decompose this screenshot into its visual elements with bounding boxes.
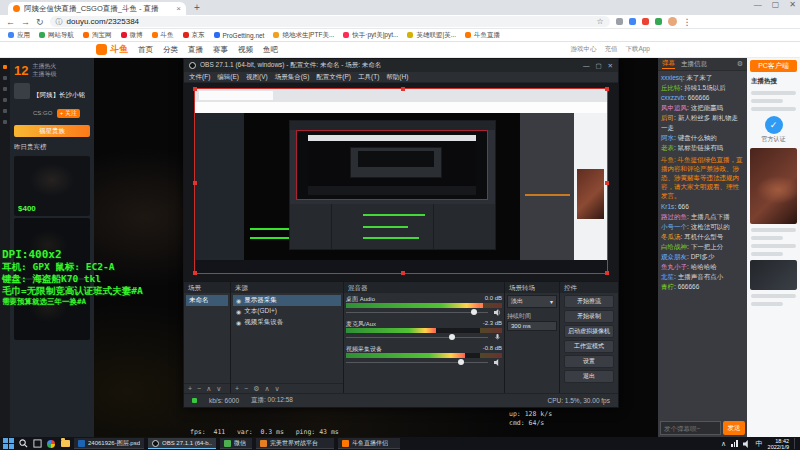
chat-input[interactable] bbox=[660, 421, 721, 435]
bookmark-item[interactable]: 应用 bbox=[8, 31, 30, 40]
selection-handle[interactable] bbox=[193, 271, 197, 275]
taskbar-button-douyu-companion[interactable]: 斗鱼直播伴侣 bbox=[338, 438, 400, 449]
exit-button[interactable]: 退出 bbox=[564, 370, 614, 383]
extension-icon[interactable] bbox=[616, 18, 623, 25]
transition-select[interactable]: 淡出 ▾ bbox=[507, 295, 557, 308]
window-minimize-button[interactable]: — bbox=[754, 0, 762, 9]
source-item[interactable]: ◉ 文本(GDI+) bbox=[233, 306, 341, 317]
chat-settings-gear-icon[interactable]: ⚙ bbox=[737, 60, 743, 68]
selection-handle[interactable] bbox=[605, 87, 609, 91]
start-streaming-button[interactable]: 开始推流 bbox=[564, 295, 614, 308]
studio-mode-button[interactable]: 工作室模式 bbox=[564, 340, 614, 353]
selection-handle[interactable] bbox=[605, 271, 609, 275]
nav-game-center[interactable]: 游戏中心 bbox=[570, 45, 596, 54]
send-button[interactable]: 发送 bbox=[723, 421, 745, 435]
profile-avatar[interactable] bbox=[668, 17, 677, 26]
taskbar-button-psd[interactable]: 24061926-图层.psd bbox=[74, 438, 144, 449]
scene-up-icon[interactable]: ∧ bbox=[206, 385, 211, 393]
volume-slider[interactable] bbox=[346, 358, 502, 367]
visibility-eye-icon[interactable]: ◉ bbox=[236, 297, 241, 304]
nav-live[interactable]: 直播 bbox=[188, 45, 203, 55]
bookmark-item[interactable]: 微博 bbox=[121, 31, 143, 40]
chat-tab-info[interactable]: 主播信息 bbox=[681, 60, 707, 69]
browser-tab[interactable]: 阿姨全值快直播_CSGO直播_斗鱼 - 直播 × bbox=[8, 2, 186, 15]
remove-source-icon[interactable]: − bbox=[244, 385, 248, 392]
douyu-logo[interactable]: 斗鱼 bbox=[96, 43, 128, 56]
bookmark-item[interactable]: 快手·pyt美|pyt... bbox=[343, 31, 398, 40]
start-button[interactable] bbox=[3, 438, 14, 449]
bookmark-item[interactable]: 淘宝网 bbox=[83, 31, 112, 40]
rank-label-2[interactable]: 主播等级 bbox=[32, 71, 56, 77]
window-maximize-button[interactable]: ▢ bbox=[772, 0, 780, 9]
chat-tab-danmu[interactable]: 弹幕 bbox=[662, 59, 675, 69]
bookmark-star-icon[interactable]: ☆ bbox=[596, 17, 603, 26]
taskbar-search-icon[interactable] bbox=[18, 439, 28, 449]
back-icon[interactable]: ← bbox=[6, 17, 15, 27]
start-recording-button[interactable]: 开始录制 bbox=[564, 310, 614, 323]
nav-recharge[interactable]: 充值 bbox=[604, 45, 617, 54]
add-source-icon[interactable]: + bbox=[235, 385, 239, 392]
new-tab-button[interactable]: + bbox=[194, 2, 200, 13]
browser-menu-icon[interactable]: ⋮ bbox=[683, 17, 692, 27]
settings-button[interactable]: 设置 bbox=[564, 355, 614, 368]
nav-category[interactable]: 分类 bbox=[163, 45, 178, 55]
rail-game-icon[interactable] bbox=[3, 98, 7, 102]
show-desktop-button[interactable] bbox=[794, 438, 797, 449]
verified-badge-icon[interactable]: ✓ bbox=[765, 116, 783, 134]
bookmark-item[interactable]: 英雄联盟|英... bbox=[407, 31, 456, 40]
bookmark-item[interactable]: 绝地求生|PTF美... bbox=[273, 31, 334, 40]
microphone-icon[interactable] bbox=[494, 334, 501, 341]
volume-icon[interactable] bbox=[743, 440, 751, 448]
selection-handle[interactable] bbox=[605, 181, 609, 185]
scene-down-icon[interactable]: ∨ bbox=[216, 385, 221, 393]
camera-preview-thumbnail[interactable] bbox=[750, 148, 797, 224]
rank-label-1[interactable]: 主播热火 bbox=[32, 63, 56, 69]
add-scene-icon[interactable]: + bbox=[188, 385, 192, 392]
network-icon[interactable] bbox=[731, 440, 738, 447]
rail-more-icon[interactable] bbox=[3, 109, 7, 113]
recommend-thumbnail[interactable] bbox=[750, 260, 797, 290]
bookmark-item[interactable]: 斗鱼直播 bbox=[465, 31, 500, 40]
selection-handle[interactable] bbox=[401, 87, 405, 91]
bookmark-item[interactable]: 斗鱼 bbox=[152, 31, 174, 40]
speaker-icon[interactable] bbox=[494, 309, 501, 316]
visibility-eye-icon[interactable]: ◉ bbox=[236, 319, 241, 326]
address-bar[interactable]: ⓘ douyu.com/2325384 ☆ bbox=[50, 16, 610, 27]
source-item[interactable]: ◉ 视频采集设备 bbox=[233, 317, 341, 328]
tray-expand-icon[interactable]: ∧ bbox=[721, 440, 726, 448]
extension-icon[interactable] bbox=[655, 18, 662, 25]
nav-yuba[interactable]: 鱼吧 bbox=[263, 45, 278, 55]
volume-slider[interactable] bbox=[346, 333, 502, 342]
transition-duration-input[interactable]: 300 ms bbox=[507, 321, 557, 331]
follow-button[interactable]: + 关注 bbox=[57, 109, 80, 118]
source-item[interactable]: ◉ 显示器采集 bbox=[233, 295, 341, 306]
chrome-taskbar-icon[interactable] bbox=[46, 439, 56, 449]
pc-client-button[interactable]: PC客户端 bbox=[750, 60, 797, 72]
selection-handle[interactable] bbox=[193, 181, 197, 185]
taskbar-button-perfectworld[interactable]: 完美世界对战平台 bbox=[256, 438, 334, 449]
streamer-avatar[interactable] bbox=[14, 83, 30, 99]
source-down-icon[interactable]: ∨ bbox=[275, 385, 280, 393]
task-view-icon[interactable] bbox=[32, 439, 42, 449]
taskbar-button-obs[interactable]: OBS 27.1.1 (64-b... bbox=[148, 438, 216, 449]
rail-follow-icon[interactable] bbox=[3, 76, 7, 80]
bookmark-item[interactable]: 网站导航 bbox=[39, 31, 74, 40]
bookmark-item[interactable]: ProGetting.net bbox=[214, 32, 265, 39]
selection-handle[interactable] bbox=[193, 87, 197, 91]
source-properties-icon[interactable]: ⚙ bbox=[253, 385, 259, 393]
rail-history-icon[interactable] bbox=[3, 87, 7, 91]
rail-home-icon[interactable] bbox=[3, 65, 7, 69]
volume-slider[interactable] bbox=[346, 308, 502, 317]
rail-setting-icon[interactable] bbox=[3, 120, 7, 124]
nav-esports[interactable]: 赛事 bbox=[213, 45, 228, 55]
refresh-icon[interactable]: ↻ bbox=[36, 17, 44, 27]
noble-banner[interactable]: 福星贵族 bbox=[14, 125, 90, 137]
remove-scene-icon[interactable]: − bbox=[197, 385, 201, 392]
nav-home[interactable]: 首页 bbox=[138, 45, 153, 55]
explorer-taskbar-icon[interactable] bbox=[60, 439, 70, 449]
taskbar-clock[interactable]: 18:422022/1/9 bbox=[768, 438, 789, 450]
taskbar-button-wechat[interactable]: 微信 bbox=[220, 438, 252, 449]
site-info-icon[interactable]: ⓘ bbox=[56, 17, 63, 27]
speaker-icon[interactable] bbox=[494, 359, 501, 366]
scene-item[interactable]: 未命名 bbox=[186, 295, 228, 306]
